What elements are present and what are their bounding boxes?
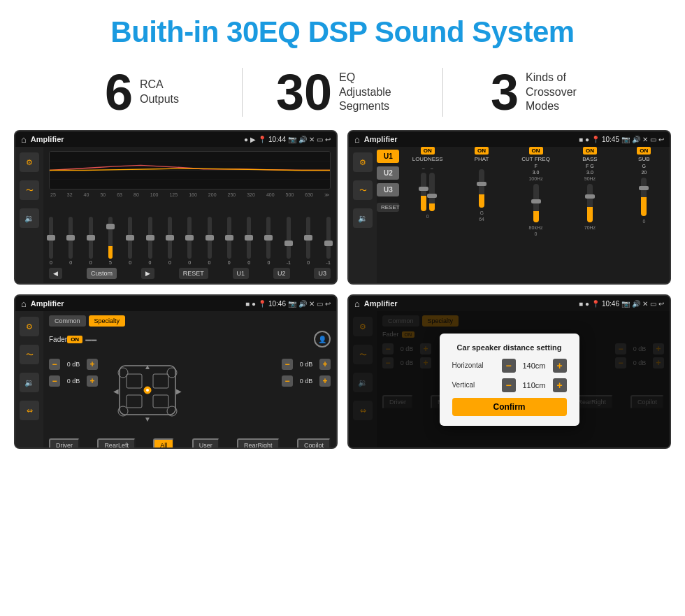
db-right1-plus[interactable]: +: [319, 359, 331, 370]
fader-dot2: ●: [252, 300, 256, 308]
vertical-plus[interactable]: +: [553, 378, 567, 392]
eq-play-btn[interactable]: ▶: [141, 268, 154, 279]
crossover-vol[interactable]: 🔊: [632, 136, 640, 143]
eq-slider-4[interactable]: 0: [128, 217, 132, 265]
cutfreq-slider[interactable]: [533, 184, 539, 222]
eq-slider-10[interactable]: 0: [247, 217, 251, 265]
fader-time: 10:46: [268, 300, 286, 308]
fader-slider-bar[interactable]: ▬▬: [85, 336, 314, 343]
eq-u1-btn[interactable]: U1: [233, 268, 250, 279]
sub-on[interactable]: ON: [637, 147, 651, 155]
fader-loc: 📍: [258, 300, 266, 308]
eq-slider-8[interactable]: 0: [208, 217, 212, 265]
eq-custom-btn[interactable]: Custom: [87, 268, 117, 279]
svg-text:◀: ◀: [113, 387, 119, 395]
eq-u3-btn[interactable]: U3: [314, 268, 331, 279]
eq-slider-12[interactable]: -1: [287, 217, 291, 265]
confirm-button[interactable]: Confirm: [452, 398, 567, 416]
crossover-back[interactable]: ↩: [658, 136, 664, 143]
dialog-vol[interactable]: 🔊: [632, 300, 640, 308]
back-icon[interactable]: ↩: [325, 136, 331, 143]
fader-on-badge[interactable]: ON: [67, 336, 82, 343]
eq-prev-btn[interactable]: ◀: [49, 268, 62, 279]
fader-close[interactable]: ✕: [309, 300, 315, 308]
dialog-dot2: ●: [585, 300, 589, 308]
dialog-status-bar: ⌂ Amplifier ■ ● 📍 10:46 📷 🔊 ✕ ▭ ↩: [349, 296, 670, 311]
db-right2-minus[interactable]: −: [282, 375, 293, 387]
fader-tab-common[interactable]: Common: [49, 315, 86, 327]
fader-home-icon[interactable]: ⌂: [21, 299, 27, 309]
eq-slider-9[interactable]: 0: [227, 217, 231, 265]
db-left2-plus[interactable]: +: [87, 375, 98, 387]
db-left2-minus[interactable]: −: [49, 375, 60, 387]
db-right2-plus[interactable]: +: [319, 375, 331, 387]
volume-icon[interactable]: 🔊: [298, 136, 307, 143]
rearleft-btn[interactable]: RearLeft: [97, 438, 136, 449]
phat-slider[interactable]: [479, 169, 484, 208]
rearright-btn[interactable]: RearRight: [237, 438, 280, 449]
eq-slider-3[interactable]: 5: [108, 217, 113, 265]
stats-row: 6 RCAOutputs 30 EQ AdjustableSegments 3 …: [0, 60, 685, 130]
close-icon[interactable]: ✕: [309, 136, 315, 143]
stat-rca-number: 6: [105, 67, 133, 117]
fader-filter-btn[interactable]: ⚙: [20, 317, 39, 336]
db-left1-minus[interactable]: −: [49, 359, 60, 370]
dialog-back[interactable]: ↩: [658, 300, 664, 308]
eq-wave-btn[interactable]: 〜: [20, 180, 39, 200]
eq-slider-1[interactable]: 0: [68, 217, 73, 265]
db-left1-plus[interactable]: +: [87, 359, 98, 370]
fader-tab-specialty[interactable]: Specialty: [89, 315, 126, 327]
crossover-reset-btn[interactable]: RESET: [377, 203, 399, 212]
crossover-close[interactable]: ✕: [642, 136, 648, 143]
fader-screen: ⌂ Amplifier ■ ● 📍 10:46 📷 🔊 ✕ ▭ ↩ ⚙ 〜 🔉 …: [14, 294, 338, 449]
db-right1-minus[interactable]: −: [282, 359, 293, 370]
loudness-slider2[interactable]: [429, 173, 435, 211]
eq-slider-11[interactable]: 0: [266, 217, 271, 265]
crossover-speaker-btn[interactable]: 🔉: [353, 208, 373, 228]
db-left2-value: 0 dB: [62, 378, 85, 385]
eq-slider-0[interactable]: 0: [49, 217, 53, 265]
eq-play[interactable]: ▶: [250, 136, 256, 143]
u3-button[interactable]: U3: [377, 183, 399, 196]
eq-speaker-btn[interactable]: 🔉: [20, 208, 39, 228]
dialog-home-icon[interactable]: ⌂: [354, 299, 360, 309]
eq-u2-btn[interactable]: U2: [273, 268, 290, 279]
all-btn[interactable]: All: [153, 438, 174, 449]
home-icon[interactable]: ⌂: [21, 134, 27, 145]
copilot-btn[interactable]: Copilot: [297, 438, 331, 449]
eq-slider-13[interactable]: 0: [306, 217, 310, 265]
crossover-wave-btn[interactable]: 〜: [353, 180, 373, 200]
fader-screen-content: ⚙ 〜 🔉 ⇔ Common Specialty Fader ON ▬▬ 👤: [15, 311, 336, 447]
fader-back[interactable]: ↩: [325, 300, 331, 308]
crossover-home-icon[interactable]: ⌂: [354, 134, 360, 145]
fader-speaker-btn[interactable]: 🔉: [20, 373, 39, 392]
fader-cam: 📷: [288, 300, 296, 308]
loudness-on[interactable]: ON: [421, 147, 435, 155]
eq-reset-btn[interactable]: RESET: [179, 268, 208, 279]
eq-filter-btn[interactable]: ⚙: [20, 152, 39, 172]
fader-arrows-btn[interactable]: ⇔: [20, 401, 39, 420]
eq-slider-6[interactable]: 0: [168, 217, 172, 265]
fader-wave-btn[interactable]: 〜: [20, 345, 39, 364]
u2-button[interactable]: U2: [377, 166, 399, 180]
fader-profile-icon[interactable]: 👤: [314, 331, 331, 348]
driver-btn[interactable]: Driver: [49, 438, 80, 449]
bass-slider1[interactable]: [587, 184, 593, 222]
crossover-filter-btn[interactable]: ⚙: [353, 152, 373, 172]
cutfreq-on[interactable]: ON: [529, 147, 543, 155]
eq-slider-14[interactable]: -1: [326, 217, 331, 265]
fader-vol[interactable]: 🔊: [298, 300, 307, 308]
phat-on[interactable]: ON: [475, 147, 489, 155]
u1-button[interactable]: U1: [377, 150, 399, 163]
loudness-slider1[interactable]: [421, 173, 426, 211]
vertical-minus[interactable]: −: [502, 378, 516, 392]
eq-slider-5[interactable]: 0: [148, 217, 152, 265]
dialog-close[interactable]: ✕: [642, 300, 648, 308]
eq-slider-2[interactable]: 0: [89, 217, 93, 265]
sub-slider[interactable]: [641, 178, 647, 216]
horizontal-minus[interactable]: −: [502, 359, 516, 373]
user-btn[interactable]: User: [192, 438, 219, 449]
eq-slider-7[interactable]: 0: [187, 217, 192, 265]
bass-on[interactable]: ON: [583, 147, 597, 155]
horizontal-plus[interactable]: +: [553, 359, 567, 373]
